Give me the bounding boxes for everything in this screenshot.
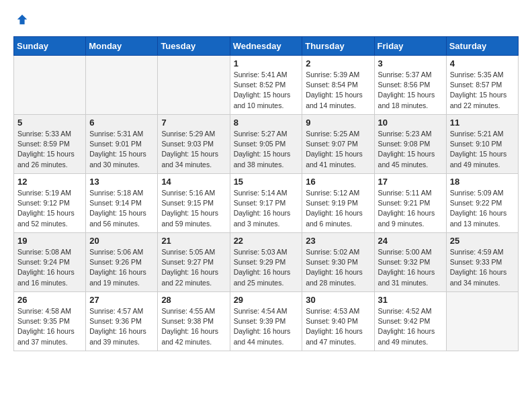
calendar-cell: 9Sunrise: 5:25 AM Sunset: 9:07 PM Daylig… xyxy=(302,115,374,174)
day-info: Sunrise: 5:14 AM Sunset: 9:17 PM Dayligh… xyxy=(234,188,299,229)
day-number: 14 xyxy=(161,177,226,187)
day-number: 4 xyxy=(450,58,515,68)
calendar-cell: 2Sunrise: 5:39 AM Sunset: 8:54 PM Daylig… xyxy=(302,56,374,115)
day-number: 25 xyxy=(450,236,515,246)
day-number: 23 xyxy=(306,236,370,246)
day-info: Sunrise: 5:35 AM Sunset: 8:57 PM Dayligh… xyxy=(450,70,515,111)
calendar-cell: 22Sunrise: 5:03 AM Sunset: 9:29 PM Dayli… xyxy=(230,233,302,292)
day-number: 22 xyxy=(234,236,299,246)
week-row-2: 5Sunrise: 5:33 AM Sunset: 8:59 PM Daylig… xyxy=(14,115,519,174)
calendar-cell: 3Sunrise: 5:37 AM Sunset: 8:56 PM Daylig… xyxy=(374,56,446,115)
calendar-cell: 13Sunrise: 5:18 AM Sunset: 9:14 PM Dayli… xyxy=(86,174,158,233)
weekday-header-wednesday: Wednesday xyxy=(230,37,302,56)
calendar-cell: 16Sunrise: 5:12 AM Sunset: 9:19 PM Dayli… xyxy=(302,174,374,233)
day-info: Sunrise: 4:52 AM Sunset: 9:42 PM Dayligh… xyxy=(378,306,443,347)
day-info: Sunrise: 4:55 AM Sunset: 9:38 PM Dayligh… xyxy=(161,306,226,347)
week-row-1: 1Sunrise: 5:41 AM Sunset: 8:52 PM Daylig… xyxy=(14,56,519,115)
day-number: 19 xyxy=(17,236,82,246)
calendar-cell: 18Sunrise: 5:09 AM Sunset: 9:22 PM Dayli… xyxy=(446,174,518,233)
day-number: 16 xyxy=(306,177,370,187)
day-number: 28 xyxy=(161,295,226,305)
day-number: 31 xyxy=(378,295,443,305)
day-number: 21 xyxy=(161,236,226,246)
day-info: Sunrise: 5:16 AM Sunset: 9:15 PM Dayligh… xyxy=(161,188,226,229)
day-number: 3 xyxy=(378,58,443,68)
day-number: 26 xyxy=(17,295,82,305)
day-info: Sunrise: 5:39 AM Sunset: 8:54 PM Dayligh… xyxy=(306,70,370,111)
day-info: Sunrise: 5:12 AM Sunset: 9:19 PM Dayligh… xyxy=(306,188,370,229)
calendar-cell: 20Sunrise: 5:06 AM Sunset: 9:26 PM Dayli… xyxy=(86,233,158,292)
logo-icon xyxy=(16,13,28,26)
day-info: Sunrise: 5:21 AM Sunset: 9:10 PM Dayligh… xyxy=(450,129,515,170)
day-info: Sunrise: 5:25 AM Sunset: 9:07 PM Dayligh… xyxy=(306,129,370,170)
calendar-cell: 27Sunrise: 4:57 AM Sunset: 9:36 PM Dayli… xyxy=(86,292,158,351)
day-number: 12 xyxy=(17,177,82,187)
day-number: 13 xyxy=(89,177,154,187)
calendar-cell: 8Sunrise: 5:27 AM Sunset: 9:05 PM Daylig… xyxy=(230,115,302,174)
calendar-cell: 14Sunrise: 5:16 AM Sunset: 9:15 PM Dayli… xyxy=(158,174,230,233)
logo xyxy=(13,13,28,26)
day-number: 9 xyxy=(306,118,370,128)
week-row-3: 12Sunrise: 5:19 AM Sunset: 9:12 PM Dayli… xyxy=(14,174,519,233)
weekday-header-sunday: Sunday xyxy=(14,37,86,56)
calendar-cell: 30Sunrise: 4:53 AM Sunset: 9:40 PM Dayli… xyxy=(302,292,374,351)
calendar-cell: 11Sunrise: 5:21 AM Sunset: 9:10 PM Dayli… xyxy=(446,115,518,174)
weekday-header-tuesday: Tuesday xyxy=(158,37,230,56)
day-number: 2 xyxy=(306,58,370,68)
weekday-header-saturday: Saturday xyxy=(446,37,518,56)
weekday-header-friday: Friday xyxy=(374,37,446,56)
day-info: Sunrise: 5:27 AM Sunset: 9:05 PM Dayligh… xyxy=(234,129,299,170)
day-number: 6 xyxy=(89,118,154,128)
day-number: 5 xyxy=(17,118,82,128)
day-info: Sunrise: 5:09 AM Sunset: 9:22 PM Dayligh… xyxy=(450,188,515,229)
calendar-table: SundayMondayTuesdayWednesdayThursdayFrid… xyxy=(13,36,519,351)
calendar-cell: 29Sunrise: 4:54 AM Sunset: 9:39 PM Dayli… xyxy=(230,292,302,351)
day-info: Sunrise: 5:11 AM Sunset: 9:21 PM Dayligh… xyxy=(378,188,443,229)
day-info: Sunrise: 5:19 AM Sunset: 9:12 PM Dayligh… xyxy=(17,188,82,229)
day-info: Sunrise: 4:54 AM Sunset: 9:39 PM Dayligh… xyxy=(234,306,299,347)
calendar-cell: 17Sunrise: 5:11 AM Sunset: 9:21 PM Dayli… xyxy=(374,174,446,233)
calendar-cell: 12Sunrise: 5:19 AM Sunset: 9:12 PM Dayli… xyxy=(14,174,86,233)
day-number: 30 xyxy=(306,295,370,305)
day-info: Sunrise: 5:08 AM Sunset: 9:24 PM Dayligh… xyxy=(17,247,82,288)
week-row-4: 19Sunrise: 5:08 AM Sunset: 9:24 PM Dayli… xyxy=(14,233,519,292)
day-info: Sunrise: 5:29 AM Sunset: 9:03 PM Dayligh… xyxy=(161,129,226,170)
calendar-cell: 25Sunrise: 4:59 AM Sunset: 9:33 PM Dayli… xyxy=(446,233,518,292)
calendar-cell: 21Sunrise: 5:05 AM Sunset: 9:27 PM Dayli… xyxy=(158,233,230,292)
day-info: Sunrise: 5:18 AM Sunset: 9:14 PM Dayligh… xyxy=(89,188,154,229)
weekday-header-thursday: Thursday xyxy=(302,37,374,56)
weekday-header-monday: Monday xyxy=(86,37,158,56)
day-info: Sunrise: 4:58 AM Sunset: 9:35 PM Dayligh… xyxy=(17,306,82,347)
calendar-cell: 26Sunrise: 4:58 AM Sunset: 9:35 PM Dayli… xyxy=(14,292,86,351)
day-number: 15 xyxy=(234,177,299,187)
day-info: Sunrise: 5:37 AM Sunset: 8:56 PM Dayligh… xyxy=(378,70,443,111)
calendar-cell xyxy=(446,292,518,351)
calendar-cell: 31Sunrise: 4:52 AM Sunset: 9:42 PM Dayli… xyxy=(374,292,446,351)
day-info: Sunrise: 5:23 AM Sunset: 9:08 PM Dayligh… xyxy=(378,129,443,170)
day-number: 1 xyxy=(234,58,299,68)
day-number: 18 xyxy=(450,177,515,187)
day-number: 11 xyxy=(450,118,515,128)
day-info: Sunrise: 5:41 AM Sunset: 8:52 PM Dayligh… xyxy=(234,70,299,111)
day-number: 17 xyxy=(378,177,443,187)
day-info: Sunrise: 5:03 AM Sunset: 9:29 PM Dayligh… xyxy=(234,247,299,288)
day-info: Sunrise: 5:33 AM Sunset: 8:59 PM Dayligh… xyxy=(17,129,82,170)
day-info: Sunrise: 5:06 AM Sunset: 9:26 PM Dayligh… xyxy=(89,247,154,288)
day-number: 20 xyxy=(89,236,154,246)
day-info: Sunrise: 5:05 AM Sunset: 9:27 PM Dayligh… xyxy=(161,247,226,288)
day-number: 29 xyxy=(234,295,299,305)
week-row-5: 26Sunrise: 4:58 AM Sunset: 9:35 PM Dayli… xyxy=(14,292,519,351)
calendar-cell: 5Sunrise: 5:33 AM Sunset: 8:59 PM Daylig… xyxy=(14,115,86,174)
calendar-cell: 10Sunrise: 5:23 AM Sunset: 9:08 PM Dayli… xyxy=(374,115,446,174)
day-number: 24 xyxy=(378,236,443,246)
day-number: 7 xyxy=(161,118,226,128)
calendar-cell: 6Sunrise: 5:31 AM Sunset: 9:01 PM Daylig… xyxy=(86,115,158,174)
day-info: Sunrise: 5:02 AM Sunset: 9:30 PM Dayligh… xyxy=(306,247,370,288)
calendar-cell: 4Sunrise: 5:35 AM Sunset: 8:57 PM Daylig… xyxy=(446,56,518,115)
calendar-cell: 24Sunrise: 5:00 AM Sunset: 9:32 PM Dayli… xyxy=(374,233,446,292)
day-number: 27 xyxy=(89,295,154,305)
day-info: Sunrise: 5:31 AM Sunset: 9:01 PM Dayligh… xyxy=(89,129,154,170)
calendar-cell xyxy=(86,56,158,115)
calendar-cell: 1Sunrise: 5:41 AM Sunset: 8:52 PM Daylig… xyxy=(230,56,302,115)
calendar-cell xyxy=(14,56,86,115)
